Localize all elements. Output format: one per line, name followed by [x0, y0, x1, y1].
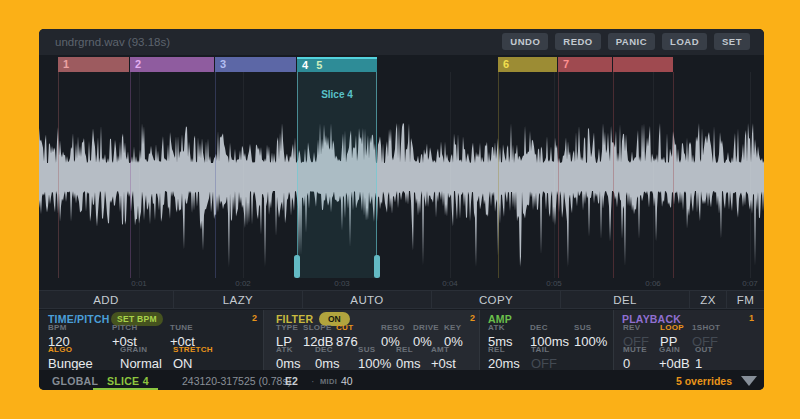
filter-atk-value[interactable]: 0ms: [276, 356, 301, 371]
slice-boundary-line[interactable]: [558, 72, 559, 278]
grid-line: [653, 72, 654, 278]
fm-button[interactable]: FM: [727, 291, 764, 308]
slice-number: 5: [316, 59, 322, 71]
slice-boundary-line[interactable]: [130, 72, 131, 278]
tab-slice[interactable]: SLICE 4: [107, 375, 149, 387]
slice-number: 7: [563, 58, 569, 70]
out-value[interactable]: 1: [695, 356, 713, 371]
panel-divider: [613, 310, 614, 370]
filter-dec-value[interactable]: 0ms: [315, 356, 340, 371]
filter-override-count: 2: [470, 313, 475, 323]
amp-panel: AMP ATK5ms DEC100ms SUS100% REL20ms TAIL…: [480, 310, 614, 370]
amp-rel-value[interactable]: 20ms: [488, 356, 520, 371]
time-tick: 0:05: [537, 279, 571, 288]
cut-label: CUT: [336, 323, 358, 333]
slice-number: 2: [135, 58, 141, 70]
timepitch-panel: TIME/PITCH SET BPM 2 BPM120 PITCH+0st TU…: [39, 310, 264, 370]
auto-button[interactable]: AUTO: [303, 291, 432, 308]
separator-dot: ·: [311, 375, 315, 387]
key-label: KEY: [444, 323, 463, 333]
grid-line: [750, 72, 751, 278]
loop-label: LOOP: [660, 323, 684, 333]
slice-boundary-line[interactable]: [58, 72, 59, 278]
midi-note-value[interactable]: 40: [341, 375, 353, 387]
slice-boundary-line[interactable]: [215, 72, 216, 278]
reso-label: RESO: [381, 323, 405, 333]
overrides-count: 5 overrides: [676, 375, 732, 387]
slice-band-1[interactable]: 1: [58, 57, 130, 72]
slice-band-2[interactable]: 2: [130, 57, 215, 72]
loaded-file-title: undrgrnd.wav (93.18s): [55, 36, 170, 48]
collapse-triangle-icon[interactable]: [741, 376, 757, 386]
gain-value[interactable]: +0dB: [659, 356, 690, 371]
amt-value[interactable]: +0st: [431, 356, 456, 371]
slice-toolbar: ADD LAZY AUTO COPY DEL ZX FM: [39, 290, 764, 309]
waveform-display[interactable]: [39, 75, 764, 275]
panic-button[interactable]: PANIC: [608, 33, 655, 50]
slice-band-7[interactable]: 7: [558, 57, 613, 72]
playback-override-count: 1: [749, 313, 754, 323]
filter-rel-value[interactable]: 0ms: [396, 356, 421, 371]
slice-band-8[interactable]: [613, 57, 673, 72]
selected-slice-region[interactable]: [297, 72, 377, 278]
slice-note[interactable]: E2: [285, 375, 298, 387]
rev-label: REV: [623, 323, 649, 333]
stretch-label: STRETCH: [173, 345, 213, 355]
amp-rel-label: REL: [488, 345, 520, 355]
zx-button[interactable]: ZX: [690, 291, 727, 308]
mute-label: MUTE: [623, 345, 647, 355]
amp-dec-label: DEC: [530, 323, 569, 333]
amp-sus-label: SUS: [574, 323, 607, 333]
amt-label: AMT: [431, 345, 456, 355]
tail-label: TAIL: [531, 345, 557, 355]
grid-line: [243, 72, 244, 278]
slice-band-6[interactable]: 6: [498, 57, 558, 72]
add-button[interactable]: ADD: [39, 291, 174, 308]
slice-boundary-line[interactable]: [673, 72, 674, 278]
slice-number: 6: [503, 58, 509, 70]
mute-value[interactable]: 0: [623, 356, 647, 371]
pitch-label: PITCH: [112, 323, 138, 333]
filter-sus-value[interactable]: 100%: [358, 356, 391, 371]
tab-global[interactable]: GLOBAL: [52, 375, 98, 387]
playback-panel: PLAYBACK 1 REVOFF LOOPPP 1SHOTOFF MUTE0 …: [614, 310, 764, 370]
slice-band-4-selected[interactable]: 45: [297, 57, 377, 72]
grain-value[interactable]: Normal: [120, 356, 162, 371]
timepitch-override-count: 2: [252, 313, 257, 323]
time-tick: 0:06: [636, 279, 670, 288]
stretch-value[interactable]: ON: [173, 356, 213, 371]
slice-number: 4: [302, 59, 308, 71]
load-button[interactable]: LOAD: [662, 33, 707, 50]
amp-atk-label: ATK: [488, 323, 513, 333]
set-button[interactable]: SET: [714, 33, 750, 50]
out-label: OUT: [695, 345, 713, 355]
algo-value[interactable]: Bungee: [48, 356, 93, 371]
del-button[interactable]: DEL: [561, 291, 690, 308]
title-bar: undrgrnd.wav (93.18s) UNDO REDO PANIC LO…: [39, 29, 764, 55]
slice-boundary-line[interactable]: [613, 72, 614, 278]
grid-line: [139, 72, 140, 278]
bpm-label: BPM: [48, 323, 70, 333]
panel-divider: [263, 310, 264, 370]
slice-number: 3: [220, 58, 226, 70]
redo-button[interactable]: REDO: [555, 33, 600, 50]
top-button-group: UNDO REDO PANIC LOAD SET: [502, 33, 750, 50]
slice-start-handle[interactable]: [294, 255, 300, 278]
tail-value[interactable]: OFF: [531, 356, 557, 371]
type-label: TYPE: [276, 323, 298, 333]
amp-sus-value[interactable]: 100%: [574, 334, 607, 349]
filter-rel-label: REL: [396, 345, 421, 355]
lazy-button[interactable]: LAZY: [174, 291, 303, 308]
copy-button[interactable]: COPY: [432, 291, 561, 308]
midi-label: MIDI: [320, 377, 337, 386]
grid-line: [554, 72, 555, 278]
filter-atk-label: ATK: [276, 345, 301, 355]
oneshot-label: 1SHOT: [692, 323, 720, 333]
slice-end-handle[interactable]: [374, 255, 380, 278]
grid-line: [450, 72, 451, 278]
undo-button[interactable]: UNDO: [502, 33, 548, 50]
filter-sus-label: SUS: [358, 345, 391, 355]
panel-divider: [479, 310, 480, 370]
slice-boundary-line[interactable]: [498, 72, 499, 278]
slice-band-3[interactable]: 3: [215, 57, 297, 72]
